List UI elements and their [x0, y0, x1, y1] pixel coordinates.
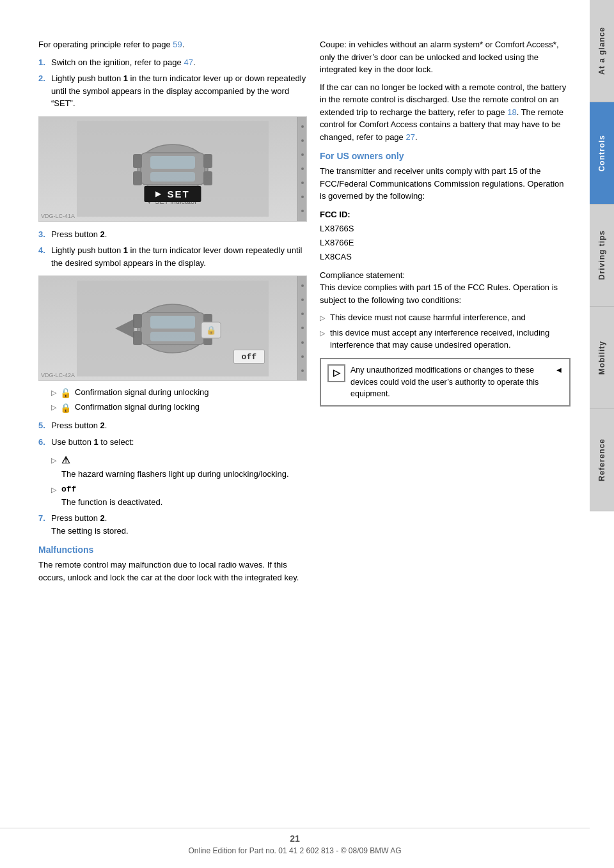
select-option-off: ▷ off The function is deactivated. — [51, 483, 307, 508]
diagram-1-svg: ▼ SET indicator — [77, 121, 269, 217]
sidebar-tab-mobility[interactable]: Mobility — [590, 307, 614, 409]
compliance-bullet-1-arrow: ▷ — [320, 313, 325, 323]
select-option-off-content: off The function is deactivated. — [61, 483, 162, 508]
svg-rect-4 — [150, 172, 195, 182]
step-4: 4. Lightly push button 1 in the turn ind… — [38, 244, 307, 269]
icon-bullet-lock: ▷ 🔒 Confirmation signal during locking — [51, 402, 307, 415]
fcc-id-3: LX8CAS — [320, 252, 352, 261]
sidebar-tab-mobility-label: Mobility — [597, 341, 606, 375]
icon-bullet-lock-text: Confirmation signal during locking — [75, 402, 200, 412]
sidebar-tab-reference-label: Reference — [597, 438, 606, 481]
sidebar-tab-at-a-glance-label: At a glance — [597, 27, 606, 75]
diagram-2-stripe — [297, 276, 306, 380]
compliance-heading: Compliance statement: This device compli… — [320, 269, 571, 307]
step-5-num: 5. — [38, 419, 49, 432]
svg-rect-14 — [150, 332, 195, 341]
step-7-num: 7. — [38, 512, 49, 537]
fcc-id-2: LX8766E — [320, 238, 354, 247]
malfunctions-heading: Malfunctions — [38, 545, 307, 555]
step-7: 7. Press button 2.The setting is stored. — [38, 512, 307, 537]
sidebar-tab-controls-label: Controls — [597, 135, 606, 171]
step-3: 3. Press button 2. — [38, 228, 307, 241]
compliance-heading-text: Compliance statement: — [320, 270, 405, 280]
svg-rect-7 — [133, 171, 142, 185]
lock-icon: 🔒 — [60, 402, 71, 415]
select-option-hazard-arrow: ▷ — [51, 455, 56, 480]
page-27-link: 27 — [405, 132, 414, 142]
compliance-bullet-2-text: this device must accept any interference… — [330, 327, 571, 352]
step-2: 2. Lightly push button 1 in the turn ind… — [38, 72, 307, 110]
step-6: 6. Use button 1 to select: — [38, 436, 307, 449]
sidebar: At a glance Controls Driving tips Mobili… — [590, 0, 614, 868]
off-description: The function is deactivated. — [61, 497, 162, 507]
main-content: For operating principle refer to page 59… — [0, 0, 590, 868]
step-1: 1. Switch on the ignition, refer to page… — [38, 56, 307, 69]
right-para-2: If the car can no longer be locked with … — [320, 81, 571, 144]
sidebar-tab-reference[interactable]: Reference — [590, 409, 614, 511]
svg-rect-17 — [133, 331, 142, 345]
set-label: SET — [144, 186, 201, 202]
bullet-arrow-1: ▷ — [51, 389, 56, 397]
select-option-off-arrow: ▷ — [51, 484, 56, 508]
compliance-bullet-2: ▷ this device must accept any interferen… — [320, 327, 571, 352]
sidebar-tab-controls[interactable]: Controls — [590, 102, 614, 205]
steps-list-4: 7. Press button 2.The setting is stored. — [38, 512, 307, 537]
bullet-arrow-2: ▷ — [51, 403, 56, 412]
for-us-text: The transmitter and receiver units compl… — [320, 165, 571, 203]
for-us-heading: For US owners only — [320, 151, 571, 161]
notice-text: Any unauthorized modifications or change… — [350, 364, 547, 400]
notice-box: ▷ Any unauthorized modifications or chan… — [320, 358, 571, 407]
diagram-1-watermark: VDG-LC-41A — [41, 213, 75, 219]
diagram-1-stripe — [297, 117, 306, 221]
select-option-hazard-content: ⚠ The hazard warning flashers light up d… — [61, 453, 289, 480]
intro-page-link[interactable]: 59 — [173, 40, 182, 49]
svg-rect-6 — [203, 154, 212, 168]
off-text: off — [61, 484, 76, 494]
step-1-page: 47 — [184, 58, 193, 67]
sidebar-tab-driving-tips-label: Driving tips — [597, 230, 606, 280]
compliance-text: This device complies with part 15 of the… — [320, 283, 558, 305]
step-2-text: Lightly push button 1 in the turn indica… — [51, 72, 307, 110]
right-para-1: Coupe: in vehicles without an alarm syst… — [320, 38, 571, 76]
steps-list-3: 5. Press button 2. 6. Use button 1 to se… — [38, 419, 307, 448]
step-3-num: 3. — [38, 228, 49, 241]
step-4-text: Lightly push button 1 in the turn indica… — [51, 244, 307, 269]
hazard-text: The hazard warning flashers light up dur… — [61, 469, 289, 479]
sidebar-tab-driving-tips[interactable]: Driving tips — [590, 205, 614, 307]
step-4-num: 4. — [38, 244, 49, 269]
svg-rect-8 — [203, 171, 212, 185]
steps-list-1: 1. Switch on the ignition, refer to page… — [38, 56, 307, 110]
steps-list-2: 3. Press button 2. 4. Lightly push butto… — [38, 228, 307, 270]
left-column: For operating principle refer to page 59… — [38, 38, 307, 842]
step-5-text: Press button 2. — [51, 419, 107, 432]
step-3-text: Press button 2. — [51, 228, 107, 241]
icon-bullet-unlock-text: Confirmation signal during unlocking — [75, 387, 209, 397]
svg-rect-15 — [133, 314, 142, 328]
footer-text: Online Edition for Part no. 01 41 2 602 … — [188, 846, 401, 855]
diagram-2: 🔒 off VDG-LC-42A — [38, 275, 307, 381]
compliance-bullet-1: ▷ This device must not cause harmful int… — [320, 311, 571, 324]
page-18-link: 18 — [507, 107, 516, 117]
step-6-num: 6. — [38, 436, 49, 449]
notice-icon: ▷ — [327, 364, 345, 382]
svg-rect-5 — [133, 154, 142, 168]
step-6-text: Use button 1 to select: — [51, 436, 134, 449]
svg-rect-13 — [150, 316, 195, 329]
page-container: For operating principle refer to page 59… — [0, 0, 614, 868]
step-5: 5. Press button 2. — [38, 419, 307, 432]
page-number: 21 — [0, 833, 590, 844]
compliance-bullet-1-text: This device must not cause harmful inter… — [330, 311, 526, 324]
sidebar-tab-at-a-glance[interactable]: At a glance — [590, 0, 614, 102]
diagram-2-watermark: VDG-LC-42A — [41, 372, 75, 378]
hazard-icon: ⚠ — [61, 454, 70, 465]
intro-text: For operating principle refer to page 59… — [38, 38, 307, 51]
fcc-id-1: LX8766S — [320, 224, 354, 233]
malfunctions-text: The remote control may malfunction due t… — [38, 559, 307, 584]
fcc-id-label: FCC ID: — [320, 210, 350, 219]
step-7-text: Press button 2.The setting is stored. — [51, 512, 129, 537]
icon-bullet-unlock: ▷ 🔓 Confirmation signal during unlocking — [51, 387, 307, 400]
right-column: Coupe: in vehicles without an alarm syst… — [320, 38, 571, 842]
compliance-bullet-2-arrow: ▷ — [320, 328, 325, 339]
step-1-text: Switch on the ignition, refer to page 47… — [51, 56, 196, 69]
svg-rect-3 — [150, 156, 195, 169]
